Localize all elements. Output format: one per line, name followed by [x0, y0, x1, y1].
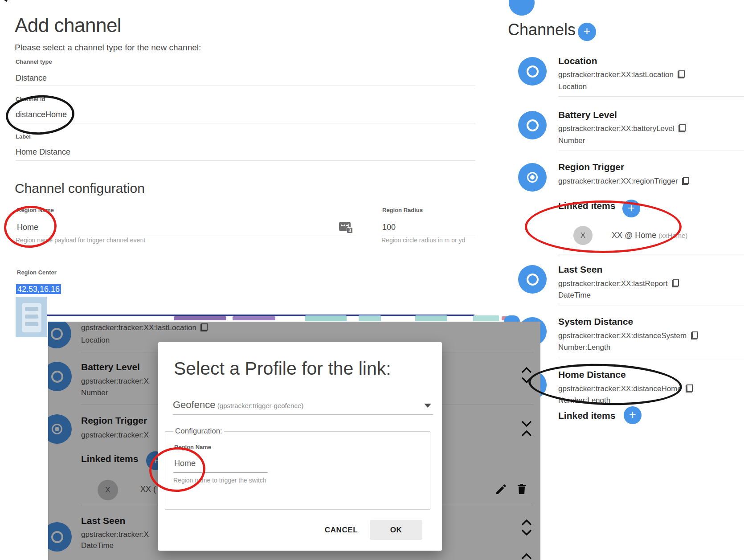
region-name-field[interactable]: Home — [17, 223, 38, 232]
dialog-title: Select a Profile for the link: — [174, 358, 391, 379]
channel-uid: gpstracker:tracker:X — [81, 431, 149, 440]
add-channel-button[interactable] — [578, 23, 596, 41]
chevron-down-icon — [424, 404, 431, 408]
page-title: Add channel — [15, 14, 121, 37]
autofill-extension-icon[interactable]: 3 — [339, 222, 351, 231]
copy-icon[interactable] — [682, 177, 689, 185]
channel-icon-last-seen — [518, 265, 547, 294]
copy-icon[interactable] — [691, 331, 698, 339]
page-subtitle: Please select a channel type for the new… — [15, 43, 201, 53]
channel-icon-last-seen-dim — [48, 522, 72, 552]
region-name-label: Region Name — [17, 207, 54, 213]
channel-title: Home Distance — [558, 369, 626, 380]
channel-type-text: Number:Length — [558, 343, 610, 352]
channel-type-text: Number:Length — [558, 396, 610, 405]
channel-type-label: Channel type — [16, 58, 52, 65]
channel-id-row: gpstracker:tracker:XX:batteryLevel — [558, 124, 686, 133]
autofill-dots — [341, 225, 349, 226]
channel-uid: gpstracker:tracker:X — [81, 530, 149, 539]
map-label-fragment — [233, 316, 275, 320]
linked-items-heading: Linked items — [558, 410, 615, 421]
linked-item-avatar[interactable]: X — [98, 480, 118, 500]
copy-icon[interactable] — [679, 124, 686, 132]
label-field-underline — [16, 160, 475, 161]
profile-dropdown-detail: (gpstracker:trigger-geofence) — [217, 402, 303, 409]
channel-icon-battery — [518, 111, 547, 139]
channel-type-select[interactable]: Distance — [16, 74, 47, 83]
map-label-fragment — [305, 315, 347, 321]
channel-uid: gpstracker:tracker:XX:distanceHome — [558, 384, 682, 393]
state-channel-icon — [527, 119, 539, 131]
channel-id-row: gpstracker:tracker:XX:distanceHome — [558, 384, 693, 393]
state-channel-icon — [527, 65, 539, 78]
region-name-input-underline — [173, 472, 268, 473]
channel-title: Region Trigger — [81, 415, 147, 426]
copy-icon[interactable] — [672, 279, 679, 287]
region-name-helper: Region name to trigger the switch — [173, 477, 266, 484]
channel-uid: gpstracker:tracker:XX:lastReport — [558, 279, 668, 288]
linked-item-row[interactable]: XX @ Home (xxHome) — [612, 231, 687, 240]
map-label-fragment — [174, 316, 226, 320]
channel-icon-location — [518, 57, 547, 86]
delete-icon[interactable] — [515, 482, 528, 495]
cancel-button[interactable]: CANCEL — [317, 520, 366, 540]
region-center-field[interactable]: 42.53,16.16 — [16, 285, 61, 294]
add-linked-item-button[interactable] — [622, 200, 640, 217]
channel-id-label: Channel id — [16, 96, 45, 102]
channel-id-row: gpstracker:tracker:XX:lastLocation — [81, 323, 208, 332]
copy-icon[interactable] — [678, 70, 685, 78]
add-linked-item-button[interactable] — [624, 406, 642, 424]
channel-icon-battery-dim — [48, 362, 72, 391]
configuration-fieldset: Configuration: Region Name Home Region n… — [165, 427, 430, 510]
entry-divider — [558, 306, 744, 306]
channel-id-row: gpstracker:tracker:XX:regionTrigger — [558, 177, 689, 186]
region-radius-field[interactable]: 100 — [382, 223, 396, 232]
channel-uid: gpstracker:tracker:XX:regionTrigger — [558, 177, 678, 185]
profile-select-dialog: Select a Profile for the link: Geofence … — [158, 342, 442, 551]
region-name-label: Region Name — [174, 444, 211, 450]
channel-type-underline — [16, 86, 475, 86]
entry-divider — [558, 358, 744, 358]
label-field-label: Label — [16, 133, 31, 140]
channel-title: Battery Level — [558, 110, 617, 120]
linked-item-avatar[interactable]: X — [573, 226, 593, 245]
trigger-channel-icon — [527, 172, 538, 183]
entry-divider — [558, 96, 744, 97]
entry-divider — [558, 151, 744, 151]
channel-type-text: Location — [81, 336, 110, 345]
channel-type-text: Number — [558, 136, 585, 145]
edit-icon[interactable] — [495, 483, 507, 495]
entry-divider — [558, 254, 744, 254]
move-up-down-icon[interactable] — [519, 365, 534, 385]
copy-icon[interactable] — [686, 384, 693, 392]
profile-dropdown[interactable]: Geofence (gpstracker:trigger-geofence) — [173, 399, 433, 414]
channel-id-field[interactable]: distanceHome — [16, 110, 67, 119]
channel-type-text: Location — [558, 82, 587, 91]
channel-uid: gpstracker:tracker:XX:distanceSystem — [558, 331, 687, 340]
collapse-icon[interactable] — [519, 419, 534, 438]
state-channel-icon — [527, 274, 539, 286]
region-name-underline — [16, 236, 356, 236]
region-center-selected-value: 42.53,16.16 — [16, 284, 61, 294]
linked-item-label: XX @ Home — [612, 231, 656, 240]
channels-panel-title: Channels — [508, 20, 576, 39]
move-up-down-icon[interactable] — [519, 518, 534, 537]
copy-icon[interactable] — [200, 323, 208, 331]
label-field[interactable]: Home Distance — [16, 147, 70, 157]
linked-items-heading: Linked items — [81, 454, 138, 464]
region-name-input[interactable]: Home — [174, 459, 196, 468]
region-name-helper: Region name payload for trigger channel … — [16, 237, 145, 244]
move-up-icon[interactable] — [519, 552, 534, 560]
channel-id-row: gpstracker:tracker:XX:lastLocation — [558, 70, 685, 79]
region-radius-label: Region Radius — [382, 207, 423, 213]
map-label-fragment — [473, 315, 499, 321]
channel-id-row: gpstracker:tracker:XX:distanceSystem — [558, 331, 698, 340]
channel-config-title: Channel configuration — [15, 181, 145, 196]
ok-button[interactable]: OK — [370, 520, 422, 540]
profile-dropdown-value: Geofence — [173, 399, 215, 410]
map-label-fragment — [415, 315, 447, 321]
channel-title: Last Seen — [81, 515, 125, 526]
autofill-badge: 3 — [347, 227, 353, 233]
configuration-legend: Configuration: — [173, 427, 224, 436]
linked-item-name: (xxHome) — [658, 232, 687, 239]
